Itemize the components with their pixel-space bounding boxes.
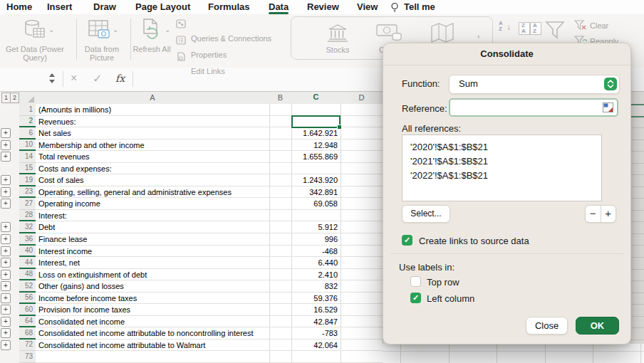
cell-A32[interactable]: Debt	[38, 223, 55, 231]
create-links-checkbox[interactable]: ✓	[402, 235, 412, 246]
expand-group-button-row-19[interactable]: +	[1, 175, 11, 185]
get-data-chevron-icon[interactable]: ⌄	[48, 26, 54, 33]
menu-tab-formulas[interactable]: Formulas	[208, 1, 250, 12]
cell-A28[interactable]: Interest:	[38, 211, 67, 220]
row-header-64[interactable]: 64	[19, 316, 36, 327]
menu-tab-home[interactable]: Home	[6, 1, 32, 12]
fill-handle[interactable]	[337, 125, 342, 130]
name-box[interactable]	[0, 68, 61, 90]
clear-filter-icon[interactable]	[574, 20, 587, 31]
cell-C52[interactable]: 832	[291, 282, 338, 290]
reference-input[interactable]	[449, 98, 618, 117]
column-header-B[interactable]: B	[269, 91, 292, 105]
cell-C60[interactable]: 16.529	[291, 305, 338, 314]
dialog-title-bar[interactable]: Consolidate	[383, 43, 630, 65]
expand-group-button-row-10[interactable]: +	[1, 140, 11, 150]
cell-C40[interactable]: -468	[291, 247, 338, 256]
get-data-button[interactable]: Get Data (Power Query)	[2, 45, 68, 62]
menu-tab-review[interactable]: Review	[307, 1, 339, 12]
cell-C64[interactable]: 42.847	[291, 317, 338, 326]
cell-A19[interactable]: Cost of sales	[38, 176, 84, 184]
row-header-36[interactable]: 36	[19, 233, 36, 246]
cell-C32[interactable]: 5.912	[291, 223, 338, 231]
cell-C27[interactable]: 69.058	[291, 199, 338, 208]
sort-az-button[interactable]: AZ ↓	[499, 21, 503, 32]
data-types-more-icon[interactable]: ⌄	[473, 33, 481, 39]
row-header-72[interactable]: 72	[19, 340, 36, 351]
cell-C72[interactable]: 42.064	[291, 341, 338, 349]
column-header-C[interactable]: C	[291, 91, 341, 105]
confirm-entry-icon[interactable]: ✓	[93, 72, 102, 85]
expand-group-button-row-60[interactable]: +	[1, 305, 11, 315]
row-header-32[interactable]: 32	[19, 221, 36, 233]
expand-group-button-row-48[interactable]: +	[1, 270, 11, 280]
name-box-up-icon[interactable]	[49, 73, 55, 77]
top-row-checkbox[interactable]	[410, 276, 421, 287]
expand-group-button-row-40[interactable]: +	[1, 246, 11, 256]
cell-C48[interactable]: 2.410	[291, 270, 338, 279]
select-button[interactable]: Select...	[402, 205, 450, 223]
row-header-19[interactable]: 19	[19, 174, 36, 186]
cell-C68[interactable]: -783	[291, 329, 338, 337]
expand-group-button-row-68[interactable]: +	[1, 328, 11, 338]
cell-A48[interactable]: Loss on extinguishment of debt	[38, 270, 147, 279]
expand-group-button-row-27[interactable]: +	[1, 199, 11, 209]
row-header-56[interactable]: 56	[19, 293, 36, 304]
expand-group-button-row-52[interactable]: +	[1, 281, 11, 291]
range-selector-icon[interactable]	[603, 102, 613, 112]
row-header-28[interactable]: 28	[19, 210, 36, 221]
filter-icon[interactable]	[544, 20, 566, 41]
references-listbox[interactable]: '2020'!$A$1:$B$21'2021'!$A$1:$B$21'2022'…	[402, 135, 602, 201]
cell-A6[interactable]: Net sales	[38, 129, 71, 137]
row-header-15[interactable]: 15	[19, 163, 36, 174]
row-header-52[interactable]: 52	[19, 280, 36, 293]
row-header-6[interactable]: 6	[19, 127, 36, 140]
queries-connections-button[interactable]: Queries & Connections	[191, 34, 271, 43]
row-header-48[interactable]: 48	[19, 269, 36, 280]
cell-C56[interactable]: 59.376	[291, 294, 338, 302]
cell-C23[interactable]: 342.891	[291, 188, 338, 196]
cell-C19[interactable]: 1.243.920	[291, 176, 338, 184]
expand-group-button-row-6[interactable]: +	[1, 128, 11, 138]
function-dropdown[interactable]: Sum	[449, 75, 620, 94]
reference-item-2[interactable]: '2022'!$A$1:$B$21	[402, 169, 601, 183]
row-header-27[interactable]: 27	[19, 198, 36, 210]
close-button[interactable]: Close	[526, 317, 568, 335]
cell-C14[interactable]: 1.655.869	[291, 152, 338, 161]
left-column-checkbox[interactable]: ✓	[410, 293, 421, 303]
cell-A14[interactable]: Total revenues	[38, 152, 90, 161]
cell-C6[interactable]: 1.642.921	[291, 129, 338, 137]
menu-tab-view[interactable]: View	[357, 1, 378, 12]
cell-C36[interactable]: 996	[291, 235, 338, 243]
menu-tab-data[interactable]: Data	[269, 1, 289, 12]
refresh-all-chevron-icon[interactable]: ⌄	[165, 26, 170, 33]
sort-az-box-button[interactable]: AZ	[530, 22, 541, 35]
row-header-10[interactable]: 10	[19, 140, 36, 151]
clear-filter-button[interactable]: Clear	[590, 21, 608, 30]
expand-group-button-row-44[interactable]: +	[1, 258, 11, 268]
expand-group-button-row-64[interactable]: +	[1, 317, 11, 327]
cell-A10[interactable]: Membership and other income	[38, 141, 145, 149]
outline-level-2-button[interactable]: 2	[10, 93, 19, 103]
cell-A1[interactable]: (Amounts in millions)	[38, 105, 111, 114]
cell-A36[interactable]: Finance lease	[38, 235, 88, 243]
data-from-picture-button[interactable]: Data from Picture	[73, 45, 130, 62]
cell-A27[interactable]: Operating income	[38, 199, 100, 208]
row-header-60[interactable]: 60	[19, 304, 36, 316]
row-header-2[interactable]: 2	[19, 116, 36, 127]
menu-tab-page-layout[interactable]: Page Layout	[135, 1, 190, 12]
row-header-14[interactable]: 14	[19, 151, 36, 163]
cell-C44[interactable]: 6.440	[291, 258, 338, 267]
name-box-down-icon[interactable]	[49, 80, 55, 83]
row-header-40[interactable]: 40	[19, 246, 36, 257]
row-header-1[interactable]: 1	[19, 104, 36, 116]
select-all-corner[interactable]	[19, 91, 36, 105]
row-header-23[interactable]: 23	[19, 186, 36, 198]
cell-A23[interactable]: Operating, selling, general and administ…	[38, 188, 232, 196]
column-header-D[interactable]: D	[341, 91, 383, 105]
remove-reference-button[interactable]: −	[586, 206, 601, 222]
cancel-entry-icon[interactable]: ×	[71, 72, 77, 85]
cell-A64[interactable]: Consolidated net income	[38, 317, 125, 326]
cell-A40[interactable]: Interest income	[38, 247, 92, 256]
row-header-73[interactable]: 73	[19, 351, 36, 363]
